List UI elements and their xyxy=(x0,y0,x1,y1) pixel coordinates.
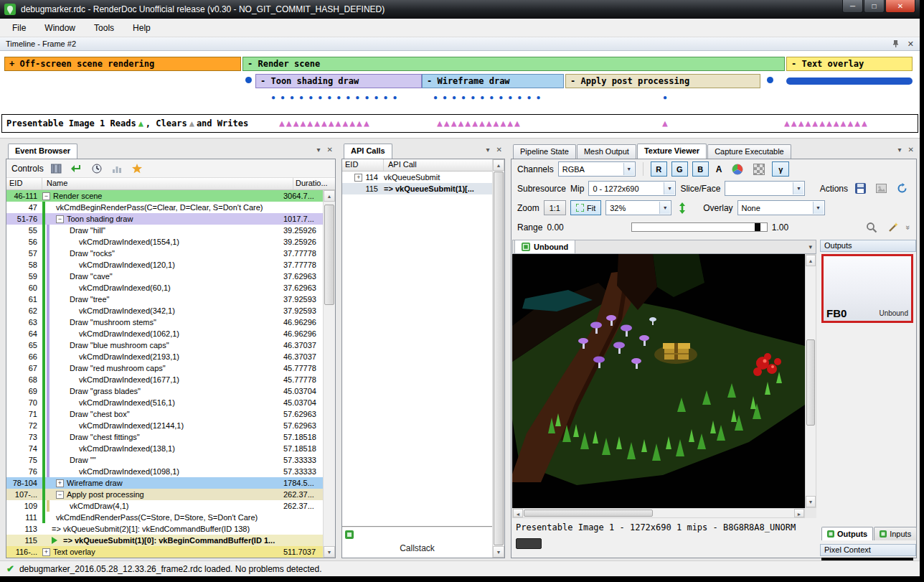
timeline-text-overlay-marker[interactable] xyxy=(786,78,913,85)
event-row[interactable]: 70vkCmdDrawIndexed(516,1)45.03704 xyxy=(6,397,323,408)
menu-file[interactable]: File xyxy=(3,20,35,36)
panel-menu-icon[interactable]: ▾ xyxy=(486,146,490,154)
tab-pipeline-state[interactable]: Pipeline State xyxy=(513,144,576,159)
panel-close-icon[interactable]: ✕ xyxy=(908,146,914,154)
tab-capture-executable[interactable]: Capture Executable xyxy=(707,144,791,159)
event-row[interactable]: 64vkCmdDrawIndexed(1062,1)46.96296 xyxy=(6,328,323,339)
texture-display[interactable] xyxy=(512,254,805,508)
zoom-1to1-button[interactable]: 1:1 xyxy=(544,200,566,215)
timeline-bar-text-overlay[interactable]: - Text overlay xyxy=(786,57,913,71)
timeline-bar-post-processing[interactable]: - Apply post processing xyxy=(565,74,760,88)
scroll-up-icon[interactable]: ▲ xyxy=(493,159,504,171)
event-row[interactable]: 47vkCmdBeginRenderPass(C=Clear, D=Clear,… xyxy=(6,202,323,213)
timeline-bar-toon-shading[interactable]: - Toon shading draw xyxy=(255,74,422,88)
scroll-left-icon[interactable]: ◄ xyxy=(513,509,523,517)
scroll-down-icon[interactable]: ▼ xyxy=(324,546,335,558)
event-row[interactable]: 74vkCmdDrawIndexed(138,1)57.18518 xyxy=(6,443,323,454)
channel-alpha-button[interactable]: A xyxy=(713,161,725,177)
event-row[interactable]: 78-104+Wireframe draw1784.5... xyxy=(6,477,323,489)
flip-y-icon[interactable] xyxy=(676,200,689,215)
menu-tools[interactable]: Tools xyxy=(85,20,123,36)
timeline-close-icon[interactable]: ✕ xyxy=(908,39,914,49)
pin-icon[interactable] xyxy=(892,39,899,48)
magnifier-icon[interactable] xyxy=(863,220,880,235)
tree-toggle-icon[interactable]: + xyxy=(56,479,64,487)
panel-menu-icon[interactable]: ▾ xyxy=(898,146,902,154)
event-row[interactable]: 58vkCmdDrawIndexed(120,1)37.77778 xyxy=(6,259,323,271)
tree-toggle-icon[interactable]: − xyxy=(56,215,64,223)
range-slider[interactable] xyxy=(631,222,768,232)
timeline-bar-offscreen[interactable]: + Off-screen scene rendering xyxy=(4,57,241,71)
close-button[interactable]: ✕ xyxy=(885,0,915,13)
color-wheel-icon[interactable] xyxy=(729,161,746,177)
range-min-value[interactable]: 0.00 xyxy=(547,222,563,233)
column-duration[interactable]: Duratio... xyxy=(293,178,335,189)
tab-mesh-output[interactable]: Mesh Output xyxy=(577,144,636,159)
event-row[interactable]: 111vkCmdEndRenderPass(C=Store, D=Store, … xyxy=(6,512,323,523)
stats-icon[interactable] xyxy=(110,161,124,176)
api-call-row[interactable]: +114vkQueueSubmit xyxy=(342,172,492,183)
scroll-down-icon[interactable]: ▼ xyxy=(493,546,504,558)
event-row[interactable]: 61Draw "tree"37.92593 xyxy=(6,294,323,305)
bookmark-icon[interactable] xyxy=(130,161,144,176)
scrollbar-thumb[interactable] xyxy=(524,510,653,517)
event-row[interactable]: 68vkCmdDrawIndexed(1677,1)45.77778 xyxy=(6,374,323,385)
mip-select[interactable]: 0 - 1272x690 ▼ xyxy=(588,181,676,196)
scroll-right-icon[interactable]: ► xyxy=(794,509,804,517)
time-durations-icon[interactable] xyxy=(90,161,104,176)
texture-hscrollbar[interactable]: ◄ ► xyxy=(512,508,805,518)
column-api-call[interactable]: API Call xyxy=(384,159,504,171)
api-call-row[interactable]: 115=> vkQueueSubmit(1)[... xyxy=(342,183,492,194)
select-columns-icon[interactable] xyxy=(50,161,64,176)
tab-event-browser[interactable]: Event Browser xyxy=(8,144,77,159)
event-browser-scrollbar[interactable]: ▲ ▼ xyxy=(323,190,335,558)
scroll-up-icon[interactable]: ▲ xyxy=(806,255,816,266)
toolbar-overflow-icon[interactable]: » xyxy=(904,225,913,229)
export-image-icon[interactable] xyxy=(873,181,890,196)
tree-toggle-icon[interactable]: + xyxy=(354,174,362,182)
event-row[interactable]: 56vkCmdDrawIndexed(1554,1)39.25926 xyxy=(6,236,323,248)
overlay-select[interactable]: None ▼ xyxy=(737,200,825,215)
panel-close-icon[interactable]: ✕ xyxy=(327,146,333,154)
event-row[interactable]: 62vkCmdDrawIndexed(342,1)37.92593 xyxy=(6,305,323,316)
gamma-button[interactable]: γ xyxy=(772,161,789,177)
column-eid[interactable]: EID xyxy=(342,159,384,171)
timeline-bar-render-scene[interactable]: - Render scene xyxy=(242,57,785,71)
range-max-value[interactable]: 1.00 xyxy=(772,222,788,233)
menu-window[interactable]: Window xyxy=(35,20,85,36)
menu-help[interactable]: Help xyxy=(123,20,160,36)
fb0-thumbnail[interactable]: FB0 Unbound xyxy=(821,254,913,323)
event-row[interactable]: 113=> vkQueueSubmit(2)[1]: vkEndCommandB… xyxy=(6,523,323,535)
range-slider-thumb[interactable] xyxy=(755,223,760,231)
autofit-wand-icon[interactable] xyxy=(885,220,902,235)
api-calls-scrollbar[interactable]: ▲ ▼ xyxy=(492,159,504,558)
event-row[interactable]: 57Draw "rocks"37.77778 xyxy=(6,248,323,259)
texture-list-dropdown-icon[interactable]: ▾ xyxy=(808,243,812,250)
channel-green-button[interactable]: G xyxy=(671,161,688,177)
tab-texture-viewer[interactable]: Texture Viewer xyxy=(637,144,707,159)
tab-api-calls[interactable]: API Calls xyxy=(344,144,392,159)
tab-outputs[interactable]: Outputs xyxy=(821,527,873,540)
scroll-down-icon[interactable]: ▼ xyxy=(806,496,816,507)
tab-inputs[interactable]: Inputs xyxy=(874,527,917,540)
event-row[interactable]: 51-76−Toon shading draw1017.7... xyxy=(6,213,323,225)
event-row[interactable]: 63Draw "mushroom stems"46.96296 xyxy=(6,316,323,328)
goto-eid-icon[interactable] xyxy=(70,161,84,176)
event-row[interactable]: 67Draw "red mushroom caps"45.77778 xyxy=(6,362,323,374)
maximize-button[interactable]: □ xyxy=(864,0,885,13)
tree-toggle-icon[interactable]: − xyxy=(56,491,64,499)
event-row[interactable]: 76vkCmdDrawIndexed(1098,1)57.33333 xyxy=(6,466,323,477)
channel-blue-button[interactable]: B xyxy=(692,161,709,177)
timeline-event-dot[interactable] xyxy=(245,77,252,83)
event-row[interactable]: 60vkCmdDrawIndexed(60,1)37.62963 xyxy=(6,282,323,294)
zoom-fit-button[interactable]: Fit xyxy=(570,200,601,215)
event-row[interactable]: 115=> vkQueueSubmit(1)[0]: vkBeginComman… xyxy=(6,535,323,546)
event-row[interactable]: 73Draw "chest fittings"57.18518 xyxy=(6,431,323,443)
texture-vscrollbar[interactable]: ▲ ▼ xyxy=(805,254,816,508)
minimize-button[interactable]: ─ xyxy=(842,0,863,13)
column-eid[interactable]: EID xyxy=(6,178,42,189)
event-row[interactable]: 65Draw "blue mushroom caps"46.37037 xyxy=(6,339,323,351)
scrollbar-thumb[interactable] xyxy=(806,339,815,426)
save-icon[interactable] xyxy=(852,181,869,196)
texture-tab-unbound[interactable]: Unbound xyxy=(514,240,575,253)
